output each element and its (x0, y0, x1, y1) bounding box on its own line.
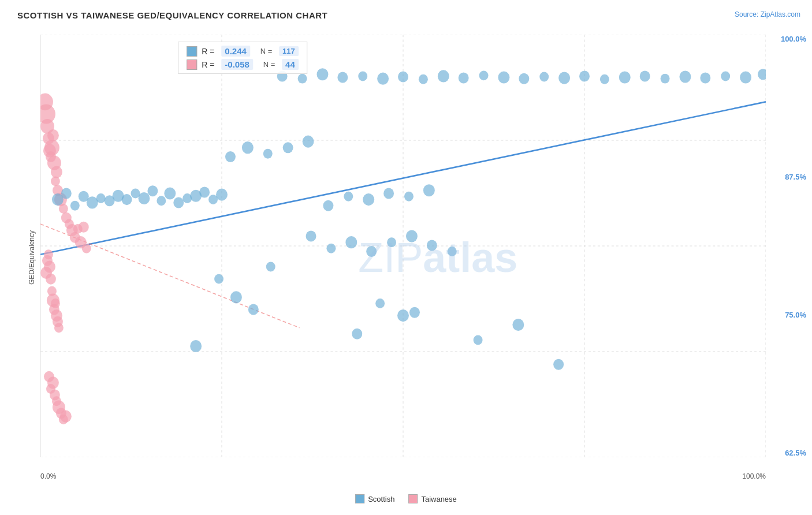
svg-point-103 (283, 142, 293, 153)
svg-point-108 (383, 188, 394, 199)
svg-point-93 (640, 70, 650, 81)
svg-point-78 (337, 72, 348, 83)
taiwanese-n-label: N = (263, 60, 277, 69)
svg-point-92 (619, 71, 631, 83)
svg-point-65 (138, 192, 150, 204)
svg-point-60 (96, 193, 106, 203)
source-text[interactable]: Source: ZipAtlas.com (735, 10, 800, 18)
chart-title: SCOTTISH VS TAIWANESE GED/EQUIVALENCY CO… (17, 10, 327, 20)
svg-point-99 (758, 69, 766, 80)
svg-point-116 (406, 230, 418, 242)
y-label-75: 75.0% (785, 311, 806, 319)
svg-point-127 (230, 291, 242, 303)
svg-point-89 (558, 72, 570, 84)
svg-point-104 (303, 136, 314, 148)
bottom-legend-scottish: Scottish (355, 494, 394, 503)
svg-point-69 (173, 197, 184, 208)
y-axis-labels: 100.0% 87.5% 75.0% 62.5% (781, 35, 806, 457)
svg-point-54 (60, 410, 72, 423)
svg-point-74 (216, 189, 228, 201)
svg-point-113 (345, 236, 357, 248)
taiwanese-r-label: R = (202, 60, 217, 69)
svg-point-22 (51, 166, 62, 178)
taiwanese-r-value: -0.058 (221, 59, 253, 70)
svg-point-106 (344, 192, 353, 201)
bottom-legend: Scottish Taiwanese (355, 494, 457, 503)
svg-point-79 (358, 71, 367, 81)
svg-point-57 (70, 201, 80, 211)
svg-point-18 (44, 140, 59, 156)
svg-point-96 (700, 73, 710, 84)
scottish-r-label: R = (202, 47, 217, 56)
svg-point-42 (51, 298, 60, 308)
svg-point-109 (404, 192, 414, 201)
svg-point-121 (397, 309, 409, 322)
svg-point-123 (474, 335, 483, 345)
svg-point-101 (242, 141, 254, 154)
scottish-r-value: 0.244 (221, 46, 250, 57)
scottish-n-label: N = (260, 47, 274, 55)
chart-container: SCOTTISH VS TAIWANESE GED/EQUIVALENCY CO… (0, 0, 812, 515)
legend-box: R = 0.244 N = 117 R = -0.058 N = 44 (178, 42, 307, 74)
svg-point-48 (47, 376, 59, 389)
svg-point-87 (519, 73, 529, 84)
svg-point-107 (363, 193, 374, 206)
scatter-plot (40, 35, 766, 457)
svg-point-98 (740, 71, 751, 83)
svg-point-45 (54, 323, 64, 333)
scottish-n-value: 117 (279, 46, 299, 56)
svg-point-110 (423, 184, 435, 196)
svg-point-66 (147, 185, 158, 196)
scottish-bottom-label: Scottish (368, 495, 394, 503)
svg-point-119 (352, 329, 362, 339)
svg-point-80 (377, 73, 389, 85)
svg-point-67 (157, 196, 166, 206)
taiwanese-bottom-color (408, 494, 418, 503)
svg-point-94 (661, 74, 670, 84)
taiwanese-n-value: 44 (282, 59, 299, 70)
svg-point-102 (263, 149, 273, 159)
x-label-end: 100.0% (742, 472, 766, 480)
y-label-100: 100.0% (781, 35, 806, 43)
svg-point-129 (266, 262, 275, 272)
svg-point-36 (44, 249, 53, 259)
svg-point-95 (679, 70, 691, 83)
svg-point-91 (600, 74, 609, 84)
svg-point-117 (427, 240, 437, 251)
svg-point-37 (44, 260, 55, 273)
svg-point-115 (387, 237, 396, 247)
svg-point-114 (366, 246, 377, 257)
x-axis-labels: 0.0% 100.0% (40, 472, 766, 480)
y-axis-label: GED/Equivalency (28, 230, 36, 285)
svg-point-125 (553, 359, 564, 370)
svg-point-90 (579, 70, 590, 81)
svg-point-25 (59, 204, 68, 214)
y-label-625: 62.5% (785, 449, 806, 457)
svg-point-118 (448, 247, 457, 256)
svg-point-124 (512, 319, 524, 331)
svg-point-130 (190, 340, 202, 352)
svg-point-105 (323, 200, 333, 211)
svg-point-112 (326, 244, 336, 253)
svg-point-72 (199, 186, 210, 197)
svg-point-86 (498, 71, 509, 83)
svg-point-83 (438, 70, 449, 82)
svg-point-85 (479, 70, 489, 80)
legend-row-scottish: R = 0.244 N = 117 (187, 46, 299, 57)
svg-point-84 (459, 73, 469, 84)
scottish-bottom-color (355, 494, 364, 503)
svg-point-56 (61, 188, 72, 199)
svg-point-76 (298, 74, 307, 84)
svg-point-63 (122, 194, 132, 205)
svg-point-68 (164, 187, 176, 199)
svg-point-32 (79, 222, 89, 233)
svg-point-120 (375, 298, 385, 308)
scottish-legend-color (187, 46, 197, 57)
x-label-start: 0.0% (40, 472, 56, 480)
svg-point-122 (409, 307, 420, 318)
legend-row-taiwanese: R = -0.058 N = 44 (187, 59, 299, 70)
taiwanese-legend-color (187, 59, 197, 70)
svg-point-33 (82, 244, 91, 253)
svg-point-88 (539, 72, 549, 82)
svg-point-100 (225, 151, 236, 162)
